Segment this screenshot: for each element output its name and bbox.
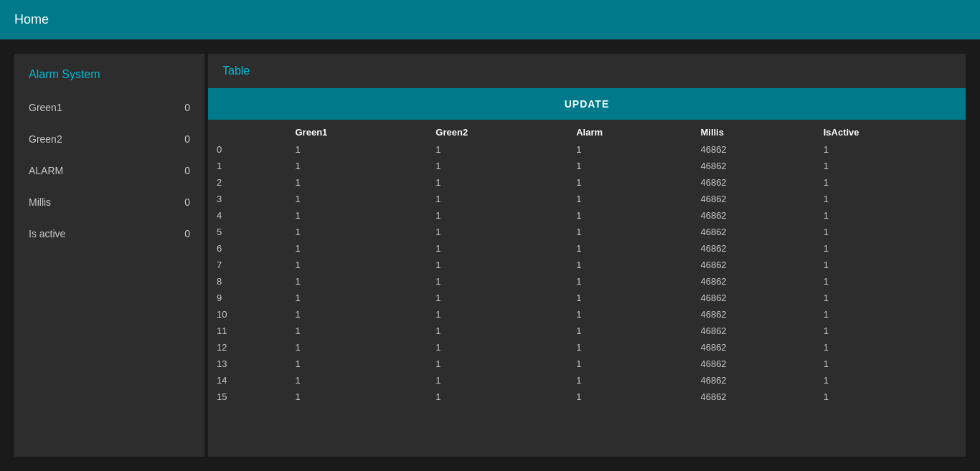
table-header-row: Green1Green2AlarmMillisIsActive xyxy=(208,123,966,141)
table-row: 4111468621 xyxy=(208,207,966,224)
cell-2-4: 46862 xyxy=(692,174,814,191)
table-row: 7111468621 xyxy=(208,257,966,273)
cell-7-3: 1 xyxy=(567,257,692,273)
cell-3-1: 1 xyxy=(287,191,428,207)
alarm-item-1: Green2 0 xyxy=(14,123,204,155)
cell-13-4: 46862 xyxy=(692,356,814,372)
cell-14-5: 1 xyxy=(815,372,966,389)
cell-12-0: 12 xyxy=(208,339,287,356)
cell-15-3: 1 xyxy=(567,389,692,405)
cell-14-4: 46862 xyxy=(692,372,814,389)
table-panel: Table UPDATE Green1Green2AlarmMillisIsAc… xyxy=(208,54,966,457)
cell-8-0: 8 xyxy=(208,273,287,290)
cell-9-4: 46862 xyxy=(692,290,814,306)
cell-0-2: 1 xyxy=(427,141,567,158)
cell-9-1: 1 xyxy=(287,290,428,306)
alarm-item-0: Green1 0 xyxy=(14,92,204,123)
alarm-item-value-2: 0 xyxy=(184,165,190,176)
cell-4-4: 46862 xyxy=(692,207,814,224)
cell-5-3: 1 xyxy=(567,224,692,240)
alarm-item-2: ALARM 0 xyxy=(14,155,204,186)
table-row: 3111468621 xyxy=(208,191,966,207)
alarm-item-3: Millis 0 xyxy=(14,186,204,218)
cell-12-3: 1 xyxy=(567,339,692,356)
table-row: 13111468621 xyxy=(208,356,966,372)
cell-7-1: 1 xyxy=(287,257,428,273)
cell-4-3: 1 xyxy=(567,207,692,224)
cell-9-3: 1 xyxy=(567,290,692,306)
cell-10-1: 1 xyxy=(287,306,428,323)
col-header-alarm: Alarm xyxy=(567,123,692,141)
cell-15-4: 46862 xyxy=(692,389,814,405)
table-row: 8111468621 xyxy=(208,273,966,290)
cell-11-2: 1 xyxy=(427,323,567,339)
cell-3-2: 1 xyxy=(427,191,567,207)
alarm-item-4: Is active 0 xyxy=(14,218,204,249)
cell-10-0: 10 xyxy=(208,306,287,323)
cell-3-3: 1 xyxy=(567,191,692,207)
cell-13-3: 1 xyxy=(567,356,692,372)
cell-11-0: 11 xyxy=(208,323,287,339)
cell-14-1: 1 xyxy=(287,372,428,389)
table-row: 1111468621 xyxy=(208,158,966,174)
table-row: 0111468621 xyxy=(208,141,966,158)
header-title: Home xyxy=(14,12,49,27)
data-table: Green1Green2AlarmMillisIsActive 01114686… xyxy=(208,123,966,405)
cell-14-3: 1 xyxy=(567,372,692,389)
table-body: 0111468621111146862121114686213111468621… xyxy=(208,141,966,405)
table-row: 12111468621 xyxy=(208,339,966,356)
alarm-item-value-4: 0 xyxy=(184,228,190,239)
cell-5-5: 1 xyxy=(815,224,966,240)
cell-5-0: 5 xyxy=(208,224,287,240)
cell-12-4: 46862 xyxy=(692,339,814,356)
cell-12-2: 1 xyxy=(427,339,567,356)
cell-4-1: 1 xyxy=(287,207,428,224)
cell-3-5: 1 xyxy=(815,191,966,207)
cell-1-1: 1 xyxy=(287,158,428,174)
cell-6-1: 1 xyxy=(287,240,428,257)
cell-9-0: 9 xyxy=(208,290,287,306)
cell-10-4: 46862 xyxy=(692,306,814,323)
cell-4-0: 4 xyxy=(208,207,287,224)
cell-10-3: 1 xyxy=(567,306,692,323)
cell-11-5: 1 xyxy=(815,323,966,339)
cell-7-4: 46862 xyxy=(692,257,814,273)
update-button[interactable]: UPDATE xyxy=(208,88,966,120)
cell-0-5: 1 xyxy=(815,141,966,158)
cell-14-2: 1 xyxy=(427,372,567,389)
cell-12-5: 1 xyxy=(815,339,966,356)
table-row: 5111468621 xyxy=(208,224,966,240)
table-row: 2111468621 xyxy=(208,174,966,191)
data-table-container[interactable]: Green1Green2AlarmMillisIsActive 01114686… xyxy=(208,120,966,457)
main-content: Alarm System Green1 0 Green2 0 ALARM 0 M… xyxy=(0,39,980,471)
alarm-item-label-1: Green2 xyxy=(29,133,62,145)
cell-13-2: 1 xyxy=(427,356,567,372)
alarm-items-list: Green1 0 Green2 0 ALARM 0 Millis 0 Is ac… xyxy=(14,92,204,249)
cell-14-0: 14 xyxy=(208,372,287,389)
table-head: Green1Green2AlarmMillisIsActive xyxy=(208,123,966,141)
cell-9-5: 1 xyxy=(815,290,966,306)
cell-15-0: 15 xyxy=(208,389,287,405)
cell-13-5: 1 xyxy=(815,356,966,372)
cell-2-3: 1 xyxy=(567,174,692,191)
cell-1-0: 1 xyxy=(208,158,287,174)
cell-8-3: 1 xyxy=(567,273,692,290)
cell-15-2: 1 xyxy=(427,389,567,405)
cell-5-4: 46862 xyxy=(692,224,814,240)
col-header-millis: Millis xyxy=(692,123,814,141)
alarm-item-value-3: 0 xyxy=(184,196,190,208)
cell-7-2: 1 xyxy=(427,257,567,273)
cell-1-5: 1 xyxy=(815,158,966,174)
cell-8-5: 1 xyxy=(815,273,966,290)
cell-6-0: 6 xyxy=(208,240,287,257)
cell-1-4: 46862 xyxy=(692,158,814,174)
cell-11-3: 1 xyxy=(567,323,692,339)
cell-1-3: 1 xyxy=(567,158,692,174)
cell-8-4: 46862 xyxy=(692,273,814,290)
table-row: 6111468621 xyxy=(208,240,966,257)
table-panel-title: Table xyxy=(208,54,966,88)
table-row: 10111468621 xyxy=(208,306,966,323)
cell-0-3: 1 xyxy=(567,141,692,158)
cell-15-1: 1 xyxy=(287,389,428,405)
alarm-item-label-2: ALARM xyxy=(29,165,63,176)
